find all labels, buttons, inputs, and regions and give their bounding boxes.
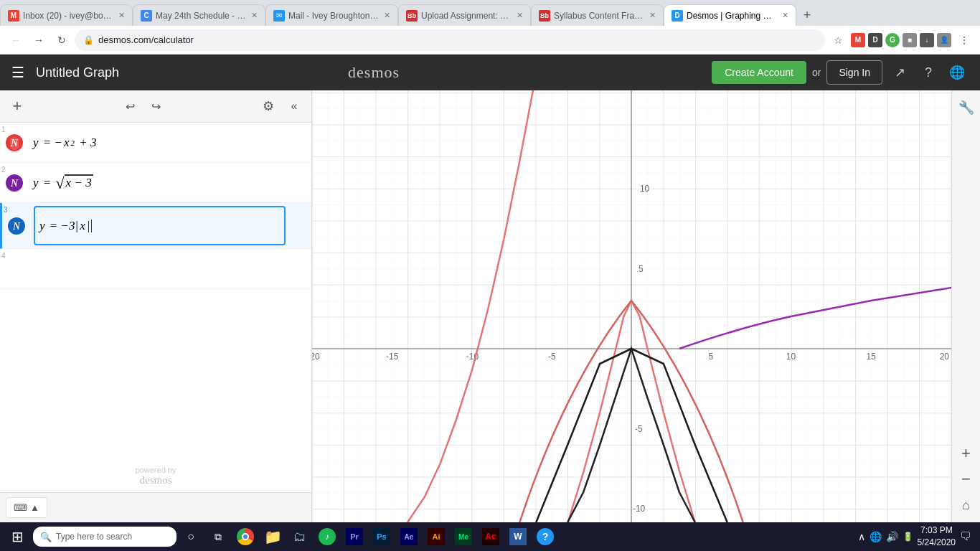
- svg-text:15: 15: [867, 352, 877, 362]
- ext-dark[interactable]: D: [868, 33, 882, 47]
- svg-text:20: 20: [940, 352, 950, 362]
- taskbar-volume-icon[interactable]: 🔊: [886, 531, 898, 542]
- cortana-button[interactable]: ○: [178, 524, 204, 550]
- left-panel: + ↩ ↪ ⚙ « 1 N: [0, 90, 312, 522]
- tab-close-bb2[interactable]: ✕: [649, 11, 656, 20]
- taskbar-battery-icon[interactable]: 🔋: [903, 532, 913, 542]
- zoom-out-button[interactable]: −: [955, 468, 978, 491]
- expression-item-2[interactable]: 2 N y = √ x − 3: [0, 163, 311, 203]
- taskbar-up-arrow[interactable]: ∧: [858, 531, 865, 542]
- tab-mail[interactable]: ✉ Mail - Ivey Broughton -... ✕: [265, 4, 398, 26]
- keyboard-chevron: ▲: [30, 502, 39, 513]
- taskbar-clock[interactable]: 7:03 PM 5/24/2020: [918, 524, 956, 549]
- tab-bb2[interactable]: Bb Syllabus Content Frame ✕: [531, 4, 664, 26]
- taskbar-spotify[interactable]: ♪: [314, 524, 340, 550]
- share-button[interactable]: ↗: [888, 61, 911, 84]
- tab-bar: M Inbox (20) - ivey@bom... ✕ C May 24th …: [0, 0, 980, 26]
- expression-icon-2[interactable]: N: [0, 173, 29, 193]
- new-tab-button[interactable]: +: [796, 4, 818, 26]
- bookmark-button[interactable]: ☆: [828, 30, 848, 50]
- expression-num-4: 4: [1, 252, 11, 260]
- graph-svg: -20 -15 -10 -5 5 10 15 20 10 5 -5 -10: [312, 90, 951, 522]
- graph-panel[interactable]: -20 -15 -10 -5 5 10 15 20 10 5 -5 -10: [312, 90, 951, 522]
- url-text: desmos.com/calculator: [98, 34, 816, 45]
- add-expression-button[interactable]: +: [6, 95, 29, 118]
- taskbar-aftereffects[interactable]: Ae: [396, 524, 422, 550]
- sign-in-button[interactable]: Sign In: [826, 60, 882, 85]
- taskbar-acrobat[interactable]: Ac: [478, 524, 504, 550]
- tab-close-desmos[interactable]: ✕: [782, 11, 788, 20]
- expression-formula-1: y = −x2 + 3: [33, 136, 97, 150]
- taskbar-help[interactable]: ?: [532, 524, 558, 550]
- settings-button[interactable]: ⚙: [257, 95, 280, 118]
- svg-text:5: 5: [639, 264, 644, 274]
- tab-close-bb1[interactable]: ✕: [517, 11, 523, 20]
- svg-text:N: N: [12, 221, 21, 232]
- home-button[interactable]: ⌂: [955, 494, 978, 517]
- taskbar-right: ∧ 🌐 🔊 🔋 7:03 PM 5/24/2020 🗨: [858, 524, 977, 549]
- help-button[interactable]: ?: [917, 61, 940, 84]
- expression-icon-3[interactable]: N: [2, 216, 31, 236]
- hamburger-menu[interactable]: ☰: [11, 64, 24, 81]
- or-text: or: [812, 67, 821, 78]
- search-placeholder: Type here to search: [56, 532, 132, 542]
- nav-actions: ☆ M D G ■ ↓ 👤 ⋮: [828, 30, 974, 50]
- expression-icon-1[interactable]: N: [0, 133, 29, 153]
- desmos-icon-1: N: [4, 133, 24, 153]
- svg-text:-5: -5: [635, 424, 643, 434]
- menu-button[interactable]: ⋮: [954, 30, 974, 50]
- taskbar-mediaencoder[interactable]: Me: [451, 524, 476, 550]
- tab-gmail[interactable]: M Inbox (20) - ivey@bom... ✕: [0, 4, 133, 26]
- create-account-button[interactable]: Create Account: [712, 61, 806, 84]
- expression-content-2: y = √ x − 3: [29, 163, 288, 202]
- tab-gcal[interactable]: C May 24th Schedule - G... ✕: [133, 4, 265, 26]
- tab-close-gcal[interactable]: ✕: [251, 11, 258, 20]
- redo-button[interactable]: ↪: [144, 95, 167, 118]
- taskbar-notification[interactable]: 🗨: [960, 530, 971, 543]
- reload-button[interactable]: ↻: [52, 30, 72, 50]
- taskbar-network-icon[interactable]: 🌐: [870, 531, 882, 542]
- globe-button[interactable]: 🌐: [946, 61, 969, 84]
- expression-content-3[interactable]: y = −3|x|: [34, 206, 286, 245]
- taskbar-chrome[interactable]: [232, 524, 258, 550]
- tab-close-mail[interactable]: ✕: [384, 11, 390, 20]
- expressions-list: 1 N y = −x2 + 3 ×: [0, 123, 311, 522]
- taskbar-search[interactable]: 🔍 Type here to search: [33, 527, 176, 547]
- tab-bb1[interactable]: Bb Upload Assignment: Ex... ✕: [398, 4, 531, 26]
- keyboard-toggle-button[interactable]: ⌨ ▲: [6, 497, 47, 518]
- ext-gmail[interactable]: M: [851, 33, 865, 47]
- powered-by: powered by desmos: [0, 466, 311, 486]
- expression-item-4[interactable]: 4: [0, 249, 311, 289]
- taskbar-illustrator[interactable]: Ai: [423, 524, 449, 550]
- start-button[interactable]: ⊞: [3, 522, 32, 551]
- taskbar-premiere[interactable]: Pr: [341, 524, 367, 550]
- expression-item-3[interactable]: 3 N y = −3|x| ×: [0, 203, 311, 249]
- tab-desmos[interactable]: D Desmos | Graphing Cal... ✕: [664, 4, 796, 26]
- taskbar-photoshop[interactable]: Ps: [369, 524, 395, 550]
- back-button[interactable]: ←: [6, 30, 26, 50]
- forward-button[interactable]: →: [29, 30, 49, 50]
- taskbar-explorer[interactable]: 📁: [260, 524, 286, 550]
- zoom-in-button[interactable]: +: [955, 442, 978, 465]
- right-sidebar: 🔧 + − ⌂: [951, 90, 980, 522]
- taskbar-word[interactable]: W: [505, 524, 531, 550]
- expression-item-1[interactable]: 1 N y = −x2 + 3 ×: [0, 123, 311, 163]
- undo-button[interactable]: ↩: [118, 95, 141, 118]
- nav-bar: ← → ↻ 🔒 desmos.com/calculator ☆ M D G ■ …: [0, 26, 980, 55]
- ext-gray2[interactable]: ↓: [920, 33, 934, 47]
- taskbar: ⊞ 🔍 Type here to search ○ ⧉ 📁 🗂 ♪ Pr Ps: [0, 522, 980, 551]
- collapse-button[interactable]: «: [283, 95, 306, 118]
- taskbar-files[interactable]: 🗂: [287, 524, 313, 550]
- ext-green[interactable]: G: [885, 33, 900, 47]
- expression-num-1: 1: [1, 126, 11, 133]
- ext-person[interactable]: 👤: [937, 33, 951, 47]
- keyboard-icon: ⌨: [14, 502, 27, 513]
- desmos-logo: desmos: [348, 63, 400, 82]
- ext-gray1[interactable]: ■: [903, 33, 917, 47]
- desmos-icon-3: N: [6, 216, 27, 236]
- svg-text:N: N: [10, 178, 19, 189]
- task-view-button[interactable]: ⧉: [205, 524, 231, 550]
- wrench-button[interactable]: 🔧: [955, 96, 978, 119]
- address-bar[interactable]: 🔒 desmos.com/calculator: [75, 29, 825, 51]
- tab-close-gmail[interactable]: ✕: [118, 11, 125, 20]
